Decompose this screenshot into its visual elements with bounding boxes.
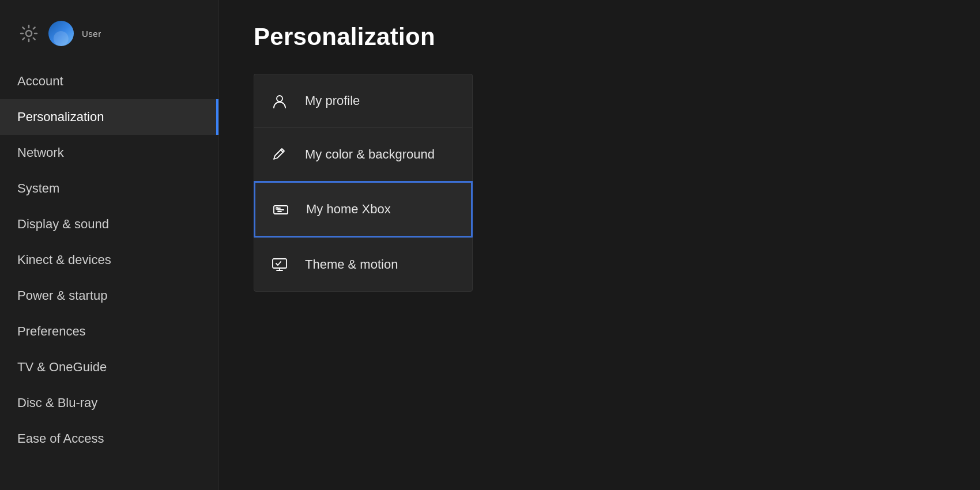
svg-point-0 — [26, 31, 32, 36]
sidebar-item-ease-of-access[interactable]: Ease of Access — [0, 421, 218, 457]
nav-items: Account Personalization Network System D… — [0, 63, 218, 490]
menu-item-my-profile[interactable]: My profile — [254, 74, 473, 127]
display-settings-icon — [270, 255, 289, 274]
sidebar-item-tv-oneguide[interactable]: TV & OneGuide — [0, 349, 218, 385]
console-icon — [272, 200, 290, 218]
main-content: Personalization My profile My color & ba… — [219, 0, 980, 490]
sidebar-item-network[interactable]: Network — [0, 135, 218, 171]
my-home-xbox-label: My home Xbox — [306, 202, 391, 217]
personalization-menu: My profile My color & background My h — [254, 74, 473, 292]
person-icon — [270, 92, 289, 110]
theme-motion-label: Theme & motion — [305, 257, 398, 272]
my-profile-label: My profile — [305, 93, 360, 108]
sidebar-item-disc-bluray[interactable]: Disc & Blu-ray — [0, 385, 218, 421]
sidebar-item-preferences[interactable]: Preferences — [0, 314, 218, 349]
sidebar-item-display-sound[interactable]: Display & sound — [0, 206, 218, 242]
sidebar-item-power-startup[interactable]: Power & startup — [0, 278, 218, 314]
gear-icon — [17, 22, 40, 45]
menu-item-my-home-xbox[interactable]: My home Xbox — [254, 181, 473, 238]
svg-point-1 — [277, 96, 282, 101]
menu-item-theme-motion[interactable]: Theme & motion — [254, 238, 473, 292]
sidebar-item-account[interactable]: Account — [0, 63, 218, 99]
svg-rect-3 — [276, 208, 278, 209]
sidebar-item-system[interactable]: System — [0, 171, 218, 206]
sidebar: User Account Personalization Network Sys… — [0, 0, 219, 490]
pencil-icon — [270, 145, 289, 164]
page-title: Personalization — [254, 23, 945, 51]
sidebar-item-personalization[interactable]: Personalization — [0, 99, 218, 135]
menu-item-my-color-background[interactable]: My color & background — [254, 127, 473, 181]
avatar — [48, 21, 74, 46]
sidebar-item-kinect-devices[interactable]: Kinect & devices — [0, 242, 218, 278]
sidebar-header: User — [0, 12, 218, 63]
my-color-background-label: My color & background — [305, 147, 435, 162]
user-name: User — [82, 29, 101, 39]
